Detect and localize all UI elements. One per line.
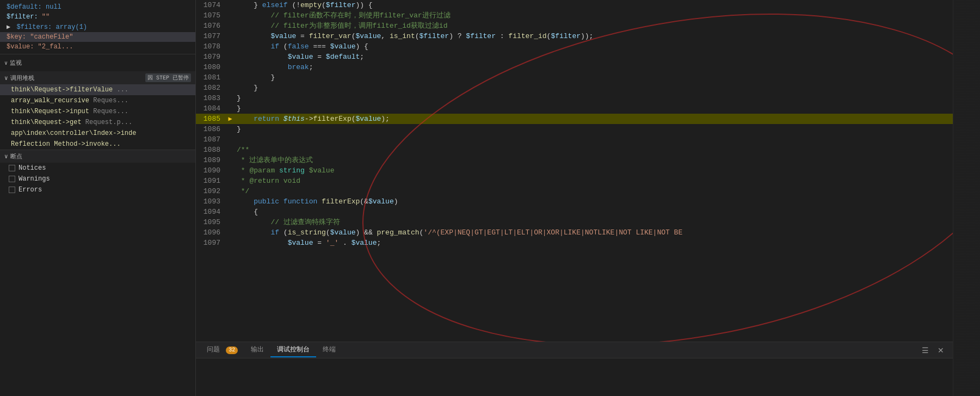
- var-filters: $filters: array(1): [16, 23, 87, 31]
- var-line: $default: null: [0, 2, 195, 12]
- code-text: if: [270, 42, 279, 51]
- line-content: }: [235, 72, 953, 83]
- debug-arrow-empty: [226, 10, 235, 21]
- code-text: [237, 42, 270, 51]
- panel-close-button[interactable]: ✕: [935, 345, 946, 356]
- callstack-header: ∨ 调用堆栈 因 STEP 已暂停: [0, 71, 195, 84]
- code-text: false: [288, 42, 309, 51]
- code-text: ) &&: [355, 228, 377, 237]
- panel-menu-button[interactable]: ☰: [920, 345, 931, 356]
- code-text: $value: [270, 32, 296, 40]
- callstack-func-4: app\index\controller\Index->inde: [11, 129, 136, 137]
- breakpoint-warnings[interactable]: Warnings: [0, 174, 195, 184]
- callstack-item-3[interactable]: think\Request->get Request.p...: [0, 117, 195, 128]
- table-row: 1076 // filter为非整形值时，调用filter_id获取过滤id: [196, 21, 953, 31]
- line-number: 1081: [196, 72, 226, 83]
- errors-checkbox[interactable]: [9, 187, 15, 193]
- line-content: if (false === $value) {: [235, 41, 953, 52]
- line-content: }: [235, 103, 953, 114]
- breakpoint-notices[interactable]: Notices: [0, 163, 195, 174]
- code-text: [237, 32, 270, 40]
- table-row: 1080 break;: [196, 62, 953, 72]
- code-text: }: [237, 73, 275, 82]
- chevron-icon: ∨: [4, 60, 8, 66]
- var-value: $value: "2_fal...: [7, 43, 73, 51]
- line-number: 1090: [196, 165, 226, 176]
- line-content: }: [235, 93, 953, 103]
- line-content: /**: [235, 145, 953, 155]
- monitor-header[interactable]: ∨ 监视: [0, 57, 195, 69]
- debug-arrow-empty: [226, 93, 235, 103]
- table-row: 1095 // 过滤查询特殊字符: [196, 217, 953, 227]
- debug-arrow-empty: [226, 124, 235, 134]
- tab-debug-console[interactable]: 调试控制台: [270, 343, 316, 357]
- code-text: ;: [309, 63, 313, 71]
- line-content: if (is_string($value) && preg_match('/^(…: [235, 227, 953, 238]
- var-default: $default: null: [7, 3, 61, 11]
- code-text: =: [296, 32, 309, 40]
- code-text: }: [237, 104, 241, 113]
- callstack-func-5: Reflection Method->invoke...: [11, 140, 121, 148]
- notices-checkbox[interactable]: [9, 165, 15, 171]
- var-line: $filter: "": [0, 12, 195, 22]
- warnings-checkbox[interactable]: [9, 176, 15, 182]
- table-row: 1094 {: [196, 207, 953, 217]
- code-container[interactable]: 1074 } elseif (!empty($filter)) { 1075 /…: [196, 0, 953, 342]
- line-content: $value = '_' . $value;: [235, 238, 953, 248]
- callstack-item-1[interactable]: array_walk_recursive Reques...: [0, 95, 195, 106]
- code-text: =: [313, 53, 325, 61]
- line-content: // 过滤查询特殊字符: [235, 217, 953, 227]
- line-number: 1088: [196, 145, 226, 155]
- var-line[interactable]: ▶ $filters: array(1): [0, 22, 195, 32]
- var-key: $key: "cacheFile": [7, 33, 73, 41]
- callstack-file-0: ...: [116, 86, 128, 94]
- line-number: 1083: [196, 93, 226, 103]
- code-text: // 过滤查询特殊字符: [237, 218, 340, 226]
- table-row: 1091 * @return void: [196, 176, 953, 186]
- code-text: (: [326, 228, 330, 237]
- callstack-chevron: ∨: [4, 75, 8, 82]
- code-text: */: [237, 187, 249, 195]
- line-number: 1092: [196, 186, 226, 196]
- line-number: 1085: [196, 114, 226, 124]
- table-row: 1079 $value = $default;: [196, 52, 953, 62]
- breakpoint-errors[interactable]: Errors: [0, 184, 195, 195]
- var-filter-val: "": [42, 13, 50, 21]
- code-text: filterExp: [322, 197, 360, 206]
- breakpoints-title: 断点: [10, 152, 22, 160]
- code-text: break: [288, 63, 309, 71]
- table-row: 1078 if (false === $value) {: [196, 41, 953, 52]
- tab-problems[interactable]: 问题 32: [200, 343, 244, 357]
- code-text: $filter: [326, 1, 356, 9]
- line-content: }: [235, 124, 953, 134]
- code-text: (: [279, 228, 288, 237]
- code-text: :: [496, 32, 508, 40]
- tab-output[interactable]: 输出: [244, 343, 270, 357]
- code-text: empty: [300, 1, 322, 9]
- debug-arrow-empty: [226, 145, 235, 155]
- debug-arrow-empty: [226, 0, 235, 10]
- callstack-item-5[interactable]: Reflection Method->invoke...: [0, 139, 195, 150]
- left-panel: $default: null $filter: "" ▶ $filters: a…: [0, 0, 196, 396]
- callstack-item-0[interactable]: think\Request->filterValue ...: [0, 84, 195, 95]
- debug-arrow-empty: [226, 21, 235, 31]
- code-text: [237, 239, 288, 247]
- line-content: } elseif (!empty($filter)) {: [235, 0, 953, 10]
- line-content: $value = $default;: [235, 52, 953, 62]
- table-row: 1087: [196, 134, 953, 145]
- line-number: 1084: [196, 103, 226, 114]
- code-text: );: [381, 115, 390, 123]
- breakpoints-header[interactable]: ∨ 断点: [0, 150, 195, 163]
- code-text: string: [279, 166, 305, 175]
- line-number: 1086: [196, 124, 226, 134]
- tab-terminal[interactable]: 终端: [316, 343, 342, 357]
- line-number: 1089: [196, 155, 226, 165]
- callstack-item-4[interactable]: app\index\controller\Index->inde: [0, 128, 195, 139]
- line-content: $value = filter_var($value, is_int($filt…: [235, 31, 953, 41]
- callstack-item-2[interactable]: think\Request->input Reques...: [0, 106, 195, 117]
- code-text: $filter: [551, 32, 581, 40]
- code-text: {: [237, 208, 258, 216]
- code-text: '/^(EXP|NEQ|GT|EGT|LT|ELT|OR|XOR|LIKE|NO…: [423, 228, 682, 237]
- var-line-key[interactable]: $key: "cacheFile": [0, 32, 195, 42]
- line-content: [235, 134, 953, 145]
